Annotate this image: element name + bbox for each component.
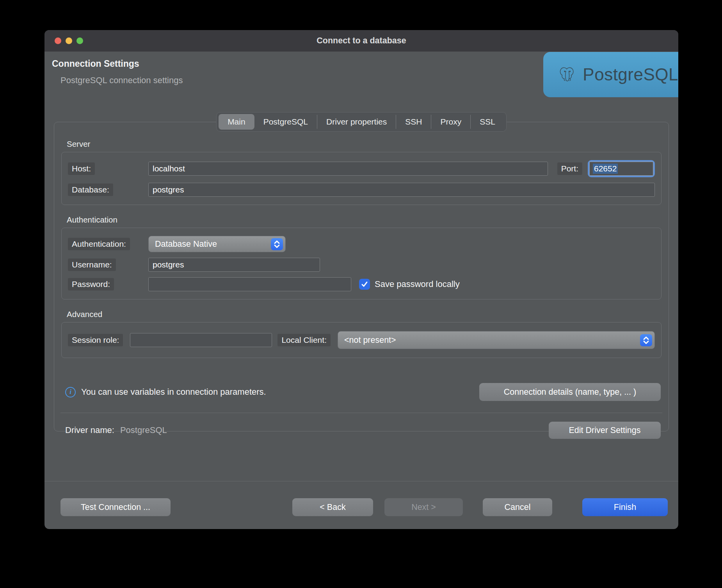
username-label: Username:	[68, 258, 116, 271]
server-group: Host: Port: 62652 Database:	[61, 152, 662, 205]
save-password-checkbox[interactable]	[359, 279, 370, 290]
authentication-method-select[interactable]: Database Native	[148, 236, 286, 252]
cancel-button[interactable]: Cancel	[483, 498, 552, 516]
info-icon: i	[65, 387, 76, 397]
tab-driver-properties[interactable]: Driver properties	[317, 115, 396, 129]
port-input[interactable]: 62652	[589, 162, 653, 176]
advanced-group: Session role: Local Client: <not present…	[61, 322, 662, 358]
tab-postgresql[interactable]: PostgreSQL	[254, 115, 317, 129]
postgresql-logo-banner: PostgreSQL	[543, 52, 678, 97]
port-value-selected-text: 62652	[593, 164, 618, 174]
footer: Test Connection ... < Back Next > Cancel…	[44, 481, 678, 516]
back-button[interactable]: < Back	[292, 498, 373, 516]
database-label: Database:	[68, 184, 113, 196]
port-focus-ring: 62652	[588, 160, 655, 177]
local-client-label: Local Client:	[277, 334, 331, 346]
authentication-method-label: Authentication:	[68, 238, 130, 250]
close-window-button[interactable]	[55, 37, 61, 44]
connection-details-button[interactable]: Connection details (name, type, ... )	[479, 383, 661, 401]
tab-proxy[interactable]: Proxy	[431, 115, 470, 129]
password-input[interactable]	[148, 277, 351, 291]
content-panel: Server Host: Port: 62652 Database: Authe…	[54, 122, 669, 431]
port-label: Port:	[557, 162, 582, 175]
session-role-label: Session role:	[68, 334, 123, 346]
password-label: Password:	[68, 278, 114, 290]
host-input[interactable]	[148, 162, 548, 176]
minimize-window-button[interactable]	[66, 37, 72, 44]
header: Connection Settings PostgreSQL connectio…	[44, 52, 678, 99]
test-connection-button[interactable]: Test Connection ...	[60, 498, 171, 516]
postgresql-logo-text: PostgreSQL	[583, 65, 678, 84]
save-password-label[interactable]: Save password locally	[375, 279, 460, 289]
zoom-window-button[interactable]	[76, 37, 83, 44]
finish-button[interactable]: Finish	[582, 498, 668, 516]
edit-driver-settings-button[interactable]: Edit Driver Settings	[549, 422, 661, 439]
info-row: i You can use variables in connection pa…	[61, 383, 662, 401]
tab-bar: Main PostgreSQL Driver properties SSH Pr…	[44, 112, 678, 132]
host-label: Host:	[68, 162, 95, 175]
window-title: Connect to a database	[317, 36, 406, 46]
chevron-up-down-icon	[271, 238, 283, 250]
connect-database-dialog: Connect to a database Connection Setting…	[44, 30, 678, 529]
tab-ssl[interactable]: SSL	[470, 115, 504, 129]
local-client-value: <not present>	[344, 335, 396, 345]
driver-name-label: Driver name:	[65, 425, 114, 435]
tab-ssh[interactable]: SSH	[396, 115, 431, 129]
authentication-method-value: Database Native	[155, 239, 217, 249]
database-input[interactable]	[148, 183, 655, 197]
username-input[interactable]	[148, 258, 320, 272]
chevron-up-down-icon	[640, 334, 652, 346]
traffic-lights	[55, 30, 83, 52]
driver-row: Driver name: PostgreSQL Edit Driver Sett…	[61, 413, 662, 439]
advanced-section-label: Advanced	[67, 309, 662, 319]
tab-main[interactable]: Main	[219, 114, 254, 130]
server-section-label: Server	[67, 139, 662, 149]
driver-name-value: PostgreSQL	[120, 425, 167, 435]
postgresql-elephant-icon	[558, 61, 576, 89]
authentication-group: Authentication: Database Native Username…	[61, 228, 662, 299]
checkmark-icon	[361, 281, 368, 288]
next-button[interactable]: Next >	[384, 498, 463, 516]
local-client-select[interactable]: <not present>	[338, 331, 655, 349]
titlebar: Connect to a database	[44, 30, 678, 52]
info-message: You can use variables in connection para…	[81, 387, 266, 397]
session-role-input[interactable]	[130, 333, 272, 347]
authentication-section-label: Authentication	[67, 214, 662, 225]
